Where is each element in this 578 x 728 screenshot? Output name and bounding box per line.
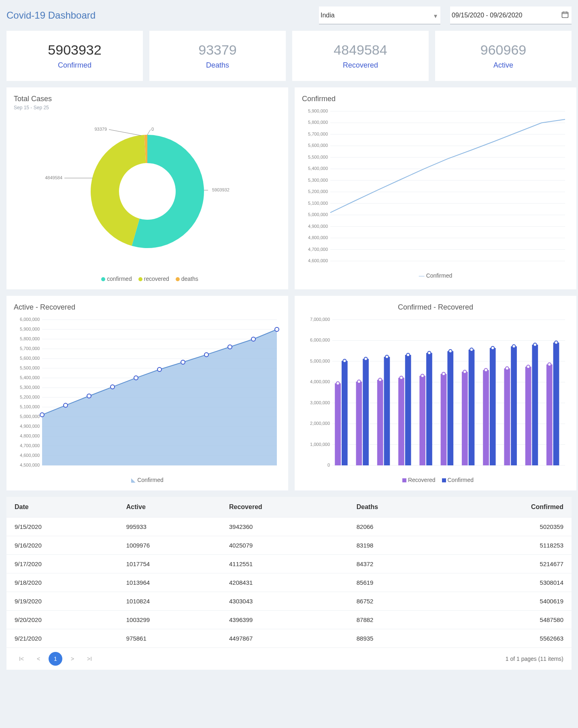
svg-rect-120	[462, 372, 468, 465]
svg-text:5,100,000: 5,100,000	[308, 201, 328, 206]
chart-legend: Recovered Confirmed	[302, 477, 569, 483]
pager-prev-button[interactable]: <	[32, 652, 45, 666]
svg-point-97	[336, 382, 340, 385]
stat-label: Confirmed	[13, 61, 136, 70]
svg-rect-118	[447, 351, 453, 465]
svg-text:5,300,000: 5,300,000	[20, 385, 40, 390]
svg-text:2,000,000: 2,000,000	[310, 421, 330, 426]
table-row[interactable]: 9/17/202010177544112551843725214677	[6, 555, 572, 573]
table-cell: 9/21/2020	[6, 629, 118, 648]
table-cell: 4025079	[221, 536, 348, 555]
svg-rect-138	[553, 343, 559, 465]
svg-point-70	[64, 403, 68, 408]
svg-point-107	[385, 355, 389, 359]
svg-text:6,000,000: 6,000,000	[20, 317, 40, 322]
stat-card-recovered: 4849584 Recovered	[292, 31, 429, 81]
svg-text:5,100,000: 5,100,000	[20, 404, 40, 409]
svg-rect-136	[546, 365, 552, 465]
table-row[interactable]: 9/16/202010099764025079831985118253	[6, 536, 572, 555]
svg-point-101	[357, 380, 361, 383]
col-deaths[interactable]: Deaths	[348, 497, 446, 518]
table-cell: 9/20/2020	[6, 611, 118, 629]
table-cell: 4303043	[221, 592, 348, 611]
svg-rect-126	[490, 348, 496, 465]
donut-chart: 59039324849584933790	[14, 110, 281, 272]
stat-value: 93379	[156, 42, 279, 58]
data-table: Date Active Recovered Deaths Confirmed 9…	[6, 497, 572, 647]
table-row[interactable]: 9/18/202010139644208431856195308014	[6, 573, 572, 592]
pager-next-button[interactable]: >	[66, 652, 79, 666]
svg-point-135	[533, 343, 537, 346]
svg-rect-132	[525, 367, 531, 465]
svg-text:5,600,000: 5,600,000	[20, 356, 40, 361]
svg-text:4849584: 4849584	[45, 175, 62, 180]
table-row[interactable]: 9/19/202010108244303043867525400619	[6, 592, 572, 611]
svg-text:0: 0	[327, 463, 330, 467]
pager-first-button[interactable]: I<	[15, 652, 28, 666]
svg-text:5,500,000: 5,500,000	[308, 155, 328, 159]
col-date[interactable]: Date	[6, 497, 118, 518]
svg-point-73	[134, 376, 138, 380]
svg-point-76	[204, 352, 208, 357]
table-row[interactable]: 9/20/202010032994396399878825487580	[6, 611, 572, 629]
table-cell: 5308014	[446, 573, 572, 592]
col-active[interactable]: Active	[118, 497, 221, 518]
table-cell: 975861	[118, 629, 221, 648]
confirmed-line-card: Confirmed 4,600,0004,700,0004,800,0004,9…	[295, 87, 576, 289]
svg-text:5,500,000: 5,500,000	[20, 365, 40, 370]
total-cases-card: Total Cases Sep 15 - Sep 25 590393248495…	[6, 87, 288, 289]
svg-rect-96	[335, 383, 341, 465]
table-cell: 995933	[118, 518, 221, 536]
svg-point-119	[449, 350, 452, 353]
table-cell: 4497867	[221, 629, 348, 648]
col-recovered[interactable]: Recovered	[221, 497, 348, 518]
svg-rect-104	[377, 380, 383, 465]
chart-title: Active - Recovered	[14, 303, 281, 312]
chart-title: Confirmed - Recovered	[302, 303, 569, 312]
svg-point-77	[228, 345, 232, 349]
svg-point-113	[421, 374, 424, 378]
table-cell: 86752	[348, 592, 446, 611]
svg-text:5903932: 5903932	[212, 187, 230, 192]
svg-text:5,400,000: 5,400,000	[20, 375, 40, 380]
table-cell: 4396399	[221, 611, 348, 629]
line-chart: 4,600,0004,700,0004,800,0004,900,0005,00…	[302, 103, 569, 269]
stat-card-deaths: 93379 Deaths	[149, 31, 286, 81]
stat-card-confirmed: 5903932 Confirmed	[6, 31, 143, 81]
svg-text:4,900,000: 4,900,000	[20, 424, 40, 429]
svg-rect-114	[426, 353, 432, 465]
svg-text:5,700,000: 5,700,000	[20, 346, 40, 351]
col-confirmed[interactable]: Confirmed	[446, 497, 572, 518]
pager-page-1-button[interactable]: 1	[49, 652, 62, 666]
svg-point-121	[463, 370, 466, 374]
svg-point-109	[400, 376, 403, 380]
country-select[interactable]	[319, 6, 440, 24]
svg-text:4,600,000: 4,600,000	[308, 258, 328, 263]
svg-point-99	[343, 359, 346, 363]
chart-title: Confirmed	[302, 95, 569, 103]
table-row[interactable]: 9/15/20209959333942360820665020359	[6, 518, 572, 536]
date-range-input[interactable]	[450, 6, 572, 24]
svg-point-123	[470, 348, 473, 351]
svg-rect-122	[469, 350, 475, 465]
svg-text:5,800,000: 5,800,000	[308, 120, 328, 125]
table-cell: 82066	[348, 518, 446, 536]
svg-text:5,300,000: 5,300,000	[308, 178, 328, 183]
svg-point-103	[364, 357, 368, 361]
stat-label: Deaths	[156, 61, 279, 70]
table-cell: 9/16/2020	[6, 536, 118, 555]
chart-subtitle: Sep 15 - Sep 25	[14, 105, 281, 110]
stat-value: 960969	[442, 42, 565, 58]
table-cell: 87882	[348, 611, 446, 629]
stat-card-active: 960969 Active	[435, 31, 572, 81]
table-cell: 9/18/2020	[6, 573, 118, 592]
svg-point-75	[181, 360, 185, 364]
svg-text:5,000,000: 5,000,000	[310, 359, 330, 363]
table-row[interactable]: 9/21/20209758614497867889355562663	[6, 629, 572, 648]
pager-last-button[interactable]: >I	[83, 652, 96, 666]
table-cell: 1003299	[118, 611, 221, 629]
pager-info: 1 of 1 pages (11 items)	[506, 656, 563, 662]
stat-label: Recovered	[299, 61, 422, 70]
svg-rect-124	[483, 370, 489, 465]
svg-text:4,900,000: 4,900,000	[308, 224, 328, 229]
